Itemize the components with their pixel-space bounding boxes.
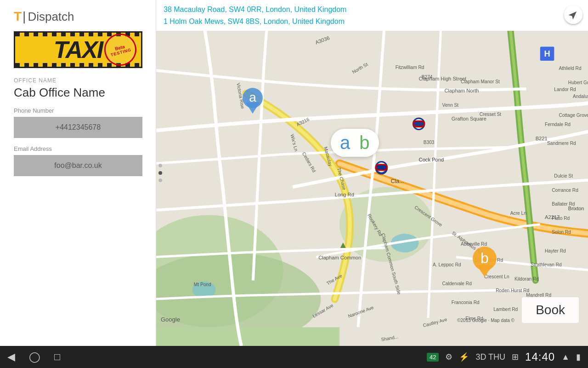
wifi-icon: ▲ xyxy=(561,352,570,362)
email-section: Email Address foo@bar.co.uk xyxy=(14,145,142,176)
svg-text:Solon Rd: Solon Rd xyxy=(552,230,571,235)
svg-text:Clapham North: Clapham North xyxy=(445,88,479,93)
battery-badge: 42 xyxy=(427,353,439,362)
marker-a: a xyxy=(241,85,264,117)
svg-text:Venn St: Venn St xyxy=(442,103,458,108)
svg-text:Andalus Rd: Andalus Rd xyxy=(573,94,588,99)
svg-text:B221: B221 xyxy=(536,136,548,141)
taxi-text: TAXI xyxy=(54,36,103,63)
svg-marker-87 xyxy=(476,265,493,277)
svg-text:A. Leppoc Rd: A. Leppoc Rd xyxy=(433,262,461,267)
home-button[interactable]: ◯ xyxy=(29,351,40,363)
svg-text:Athlield Rd: Athlield Rd xyxy=(559,66,581,71)
svg-text:Acre Ln: Acre Ln xyxy=(510,211,526,216)
status-bar-left: ◀ ◯ □ xyxy=(7,351,427,363)
svg-text:H: H xyxy=(544,49,550,58)
svg-marker-0 xyxy=(568,9,579,20)
nav-dots xyxy=(158,164,162,182)
svg-text:Cock Pond: Cock Pond xyxy=(419,157,444,162)
svg-text:Cresset St: Cresset St xyxy=(480,112,502,117)
logo-section: T | Dispatch xyxy=(14,9,142,24)
google-label: Google xyxy=(161,316,180,323)
ab-selector[interactable]: a b xyxy=(331,129,379,157)
svg-text:Clapham Common: Clapham Common xyxy=(318,255,361,260)
phone-input[interactable]: +4412345678 xyxy=(14,117,142,138)
map-background: H A3036 Victoria Rise North St Fitzwilli… xyxy=(156,0,588,346)
svg-text:Clapham High Street: Clapham High Street xyxy=(419,76,467,81)
navigation-icon xyxy=(568,9,579,20)
svg-text:Plato Rd: Plato Rd xyxy=(552,216,570,221)
office-label: OFFICE NAME xyxy=(14,77,142,84)
svg-text:Roden Hurst Rd: Roden Hurst Rd xyxy=(496,288,529,293)
svg-text:Fitzwilliam Rd: Fitzwilliam Rd xyxy=(396,65,424,70)
option-a[interactable]: a xyxy=(340,132,350,153)
book-button[interactable]: Book xyxy=(522,297,579,323)
email-label: Email Address xyxy=(14,145,142,152)
map-copyright: ©2013 Google · Map data © xyxy=(457,318,514,323)
address-bar: 38 Macaulay Road, SW4 0RR, London, Unite… xyxy=(156,0,588,31)
svg-text:B303: B303 xyxy=(424,140,435,145)
address-line-2[interactable]: 1 Holm Oak Mews, SW4 8BS, London, United… xyxy=(164,16,581,28)
svg-text:Clapham Manor St: Clapham Manor St xyxy=(461,79,500,84)
logo-pipe: | xyxy=(23,9,26,24)
svg-text:Franconia Rd: Franconia Rd xyxy=(452,300,480,305)
battery-icon: ▮ xyxy=(576,352,581,362)
svg-text:▲: ▲ xyxy=(339,240,348,250)
recent-apps-button[interactable]: □ xyxy=(54,351,60,363)
svg-text:Cla...: Cla... xyxy=(391,178,404,184)
logo-dispatch: Dispatch xyxy=(28,10,74,24)
time-display: 14:40 xyxy=(525,351,555,363)
svg-rect-4 xyxy=(156,327,339,346)
status-bar: ◀ ◯ □ 42 ⚙ ⚡ 3D THU ⊞ 14:40 ▲ ▮ xyxy=(0,346,588,368)
svg-text:Long Rd: Long Rd xyxy=(335,192,354,197)
grid-icon: ⊞ xyxy=(512,352,519,362)
date-display: 3D THU xyxy=(475,352,505,362)
svg-text:b: b xyxy=(481,250,489,266)
phone-section: Phone Number +4412345678 xyxy=(14,107,142,138)
svg-text:Ferndale Rd: Ferndale Rd xyxy=(545,122,571,127)
main-content: T | Dispatch TAXI Beta TESTING OFFICE NA… xyxy=(0,0,588,346)
left-panel: T | Dispatch TAXI Beta TESTING OFFICE NA… xyxy=(0,0,156,346)
svg-text:Caldervale Rd: Caldervale Rd xyxy=(442,281,471,286)
beta-stamp: Beta TESTING xyxy=(101,31,140,68)
office-name: Cab Office Name xyxy=(14,86,142,100)
usb-connected-icon: ⚡ xyxy=(459,352,469,362)
phone-label: Phone Number xyxy=(14,107,142,114)
map-area[interactable]: 38 Macaulay Road, SW4 0RR, London, Unite… xyxy=(156,0,588,346)
nav-dot-2[interactable] xyxy=(158,171,162,175)
logo-t: T xyxy=(14,9,22,24)
address-line-1[interactable]: 38 Macaulay Road, SW4 0RR, London, Unite… xyxy=(164,4,581,16)
svg-text:Strathlevan Rd: Strathlevan Rd xyxy=(531,262,562,267)
svg-text:a: a xyxy=(249,90,256,104)
svg-text:Hayter Rd: Hayter Rd xyxy=(545,248,566,253)
option-b[interactable]: b xyxy=(359,132,369,153)
svg-text:Dulcie St: Dulcie St xyxy=(554,173,573,178)
taxi-banner: TAXI Beta TESTING xyxy=(14,31,142,68)
back-button[interactable]: ◀ xyxy=(7,351,15,363)
navigation-button[interactable] xyxy=(564,6,582,24)
nav-dot-3[interactable] xyxy=(158,178,162,182)
svg-text:Cottage Grove: Cottage Grove xyxy=(559,113,588,118)
svg-text:Sandmere Rd: Sandmere Rd xyxy=(547,141,576,146)
status-bar-right: 42 ⚙ ⚡ 3D THU ⊞ 14:40 ▲ ▮ xyxy=(427,351,581,363)
nav-dot-1[interactable] xyxy=(158,164,162,167)
usb-icon: ⚙ xyxy=(445,352,452,362)
svg-text:Hubert Grove: Hubert Grove xyxy=(568,80,588,85)
svg-text:Ballater Rd: Ballater Rd xyxy=(552,201,575,207)
svg-text:Kildoran Rd: Kildoran Rd xyxy=(514,276,539,282)
office-section: OFFICE NAME Cab Office Name xyxy=(14,77,142,100)
email-input[interactable]: foo@bar.co.uk xyxy=(14,155,142,176)
svg-text:Corrance Rd: Corrance Rd xyxy=(552,188,578,193)
svg-text:Mt Pond: Mt Pond xyxy=(194,282,211,287)
svg-text:Landor Rd: Landor Rd xyxy=(554,87,576,92)
marker-b: b xyxy=(471,244,498,280)
svg-text:Lambert Rd: Lambert Rd xyxy=(493,307,518,312)
